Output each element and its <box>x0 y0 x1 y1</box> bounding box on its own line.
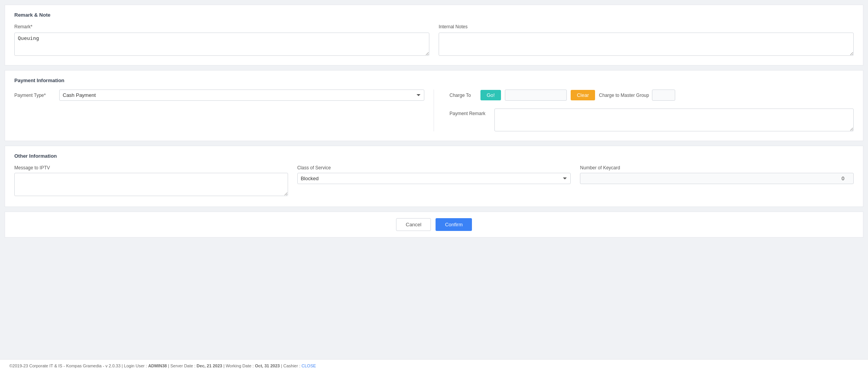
internal-notes-label: Internal Notes <box>439 24 854 29</box>
number-keycard-input[interactable] <box>580 173 854 184</box>
charge-master-input[interactable] <box>652 90 675 101</box>
remark-note-title: Remark & Note <box>14 12 854 18</box>
class-of-service-label: Class of Service <box>297 165 571 170</box>
class-of-service-group: Class of Service Blocked Standard Premiu… <box>297 165 571 197</box>
payment-remark-row: Payment Remark <box>449 108 854 131</box>
action-bar: Cancel Confirm <box>5 212 863 238</box>
footer-login-label: Login User : <box>124 363 147 368</box>
footer-server-date-label: Server Date : <box>170 363 196 368</box>
footer-cashier-label: Cashier : <box>283 363 300 368</box>
payment-type-area: Payment Type* Cash Payment Credit Card B… <box>14 90 434 131</box>
footer: ©2019-23 Corporate IT & IS - Kompas Gram… <box>0 359 868 372</box>
payment-type-label: Payment Type* <box>14 93 53 98</box>
charge-to-row: Charge To Go! Clear Charge to Master Gro… <box>449 90 854 101</box>
remark-group: Remark* <box>14 24 429 56</box>
footer-working-date-value: Oct, 31 2023 <box>255 363 280 368</box>
payment-right-area: Charge To Go! Clear Charge to Master Gro… <box>434 90 854 131</box>
footer-copyright: ©2019-23 Corporate IT & IS - Kompas Gram… <box>9 363 123 368</box>
remark-textarea[interactable] <box>14 33 429 56</box>
message-iptv-label: Message to IPTV <box>14 165 288 170</box>
payment-remark-label: Payment Remark <box>449 108 488 116</box>
charge-master-label: Charge to Master Group <box>599 93 649 98</box>
payment-information-title: Payment Information <box>14 78 854 83</box>
internal-notes-group: Internal Notes <box>439 24 854 56</box>
remark-note-section: Remark & Note Remark* Internal Notes <box>5 5 863 65</box>
message-iptv-group: Message to IPTV <box>14 165 288 197</box>
charge-to-input[interactable] <box>505 90 567 101</box>
remark-label: Remark* <box>14 24 429 29</box>
confirm-button[interactable]: Confirm <box>436 218 472 231</box>
class-of-service-select[interactable]: Blocked Standard Premium VIP <box>297 173 571 184</box>
payment-type-select[interactable]: Cash Payment Credit Card Bank Transfer R… <box>59 90 424 101</box>
go-button[interactable]: Go! <box>480 90 501 100</box>
charge-master-group: Charge to Master Group <box>599 90 675 101</box>
footer-working-date-label: Working Date : <box>226 363 254 368</box>
footer-login-value: ADMIN38 <box>148 363 167 368</box>
message-iptv-textarea[interactable] <box>14 173 288 196</box>
internal-notes-textarea[interactable] <box>439 33 854 56</box>
clear-button[interactable]: Clear <box>571 90 595 100</box>
footer-cashier-link[interactable]: CLOSE <box>302 363 316 368</box>
other-information-section: Other Information Message to IPTV Class … <box>5 146 863 207</box>
footer-server-date-value: Dec, 21 2023 <box>197 363 222 368</box>
payment-remark-textarea[interactable] <box>494 108 854 131</box>
number-keycard-group: Number of Keycard <box>580 165 854 197</box>
charge-to-label: Charge To <box>449 93 477 98</box>
number-keycard-label: Number of Keycard <box>580 165 854 170</box>
cancel-button[interactable]: Cancel <box>396 218 431 231</box>
other-information-title: Other Information <box>14 153 854 159</box>
payment-information-section: Payment Information Payment Type* Cash P… <box>5 70 863 141</box>
